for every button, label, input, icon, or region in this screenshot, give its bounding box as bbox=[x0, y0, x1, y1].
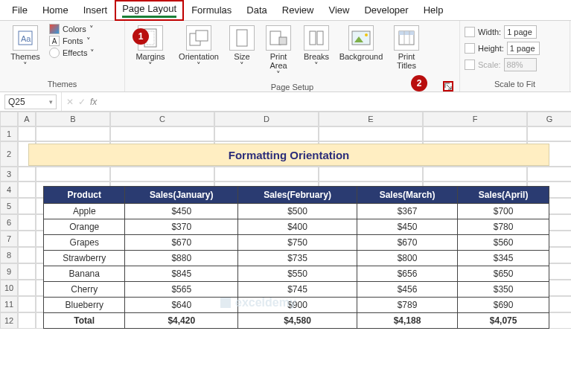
col-header[interactable]: C bbox=[110, 112, 214, 126]
svg-rect-5 bbox=[196, 30, 208, 41]
cell[interactable] bbox=[214, 126, 319, 141]
cell[interactable] bbox=[18, 181, 36, 198]
page-setup-dialog-launcher[interactable] bbox=[443, 81, 453, 91]
col-header[interactable]: A bbox=[18, 112, 36, 126]
tab-developer[interactable]: Developer bbox=[357, 1, 415, 19]
themes-icon: Aa bbox=[13, 25, 38, 51]
row-header[interactable]: 7 bbox=[0, 231, 18, 247]
tab-help[interactable]: Help bbox=[416, 1, 451, 19]
group-scale-to-fit: Width:1 page Height:1 page Scale:88% Sca… bbox=[460, 21, 570, 91]
row-header[interactable]: 8 bbox=[0, 247, 18, 263]
cell[interactable] bbox=[18, 167, 36, 181]
row-header[interactable]: 10 bbox=[0, 280, 18, 296]
tab-review[interactable]: Review bbox=[275, 1, 322, 19]
table-cell: Total bbox=[44, 313, 125, 329]
table-total-row: Total$4,420$4,580$4,188$4,075 bbox=[44, 313, 549, 329]
row-header[interactable]: 3 bbox=[0, 167, 18, 181]
table-row: Orange$370$400$450$780 bbox=[44, 219, 549, 235]
cell[interactable] bbox=[18, 247, 36, 263]
group-page-setup: Margins˅ Orientation˅ Size˅ Print Area˅ … bbox=[125, 21, 460, 91]
cell[interactable] bbox=[18, 280, 36, 296]
height-select[interactable]: 1 page bbox=[507, 42, 540, 55]
table-cell: $735 bbox=[238, 251, 357, 266]
table-row: Apple$450$500$367$700 bbox=[44, 204, 549, 219]
cell[interactable] bbox=[319, 126, 423, 141]
tab-insert[interactable]: Insert bbox=[76, 1, 115, 19]
cell[interactable] bbox=[319, 167, 423, 181]
formula-input[interactable] bbox=[101, 94, 571, 109]
print-area-button[interactable]: Print Area˅ bbox=[261, 24, 296, 81]
col-header[interactable]: E bbox=[319, 112, 423, 126]
ribbon: 1 Aa Themes˅ Colors ˅ AFonts ˅ Effects ˅… bbox=[0, 21, 571, 92]
cell[interactable] bbox=[527, 126, 571, 141]
row-header[interactable]: 11 bbox=[0, 296, 18, 312]
cell[interactable] bbox=[527, 167, 571, 181]
cell[interactable] bbox=[18, 231, 36, 247]
tab-home[interactable]: Home bbox=[35, 1, 76, 19]
select-all[interactable] bbox=[0, 112, 18, 126]
tab-file[interactable]: File bbox=[4, 1, 35, 19]
svg-text:Aa: Aa bbox=[21, 34, 31, 43]
effects-button[interactable]: Effects ˅ bbox=[49, 48, 95, 58]
row-header[interactable]: 9 bbox=[0, 263, 18, 280]
themes-button[interactable]: Aa Themes˅ bbox=[4, 24, 46, 72]
table-header: Sales(January) bbox=[125, 187, 238, 204]
svg-rect-15 bbox=[399, 31, 414, 35]
table-cell: $670 bbox=[357, 235, 457, 251]
row-header[interactable]: 12 bbox=[0, 312, 18, 329]
width-select[interactable]: 1 page bbox=[504, 25, 537, 39]
col-header[interactable]: B bbox=[36, 112, 110, 126]
tab-data[interactable]: Data bbox=[239, 1, 274, 19]
cell[interactable] bbox=[18, 296, 36, 312]
colors-button[interactable]: Colors ˅ bbox=[49, 24, 95, 34]
cell[interactable] bbox=[36, 167, 110, 181]
tab-page-layout[interactable]: Page Layout bbox=[115, 0, 184, 21]
size-icon bbox=[229, 25, 255, 51]
background-button[interactable]: Background bbox=[336, 24, 386, 62]
table-cell: $4,188 bbox=[357, 313, 457, 329]
cell[interactable] bbox=[110, 126, 214, 141]
name-box[interactable]: Q25▾ bbox=[4, 94, 57, 109]
cell[interactable] bbox=[423, 167, 527, 181]
print-area-icon bbox=[266, 25, 291, 51]
svg-rect-6 bbox=[237, 30, 247, 46]
row-header[interactable]: 2 bbox=[0, 141, 18, 167]
cell[interactable] bbox=[18, 312, 36, 329]
cell[interactable] bbox=[36, 126, 110, 141]
table-cell: $800 bbox=[357, 251, 457, 266]
col-header[interactable]: D bbox=[214, 112, 319, 126]
table-row: Banana$845$550$656$650 bbox=[44, 266, 549, 282]
cell[interactable] bbox=[18, 214, 36, 231]
cell[interactable] bbox=[18, 198, 36, 214]
fonts-button[interactable]: AFonts ˅ bbox=[49, 36, 95, 46]
table-cell: $789 bbox=[357, 298, 457, 313]
row-header[interactable]: 6 bbox=[0, 214, 18, 231]
background-icon bbox=[348, 25, 374, 51]
row-header[interactable]: 1 bbox=[0, 126, 18, 141]
row-header[interactable]: 5 bbox=[0, 198, 18, 214]
orientation-icon bbox=[186, 25, 211, 51]
print-titles-button[interactable]: Print Titles bbox=[389, 24, 424, 71]
breaks-button[interactable]: Breaks˅ bbox=[299, 24, 334, 72]
cell[interactable] bbox=[214, 167, 319, 181]
formula-bar: Q25▾ ✕ ✓ fx bbox=[0, 92, 571, 112]
size-button[interactable]: Size˅ bbox=[226, 24, 258, 72]
row-header[interactable]: 4 bbox=[0, 181, 18, 198]
cell[interactable] bbox=[423, 126, 527, 141]
col-header[interactable]: F bbox=[423, 112, 527, 126]
cell[interactable] bbox=[18, 126, 36, 141]
table-header: Sales(March) bbox=[357, 187, 457, 204]
cell[interactable] bbox=[110, 167, 214, 181]
worksheet: 123456789101112 ABCDEFG Formatting Orien… bbox=[0, 112, 571, 379]
col-header[interactable]: G bbox=[527, 112, 571, 126]
fx-icon[interactable]: fx bbox=[90, 97, 97, 107]
cell[interactable] bbox=[18, 263, 36, 280]
table-cell: $450 bbox=[125, 204, 238, 219]
table-cell: $456 bbox=[357, 282, 457, 298]
table-cell: $750 bbox=[238, 235, 357, 251]
tab-view[interactable]: View bbox=[321, 1, 357, 19]
orientation-button[interactable]: Orientation˅ bbox=[174, 24, 223, 72]
tab-formulas[interactable]: Formulas bbox=[184, 1, 239, 19]
table-cell: $4,075 bbox=[458, 313, 549, 329]
table-cell: $780 bbox=[458, 219, 549, 235]
